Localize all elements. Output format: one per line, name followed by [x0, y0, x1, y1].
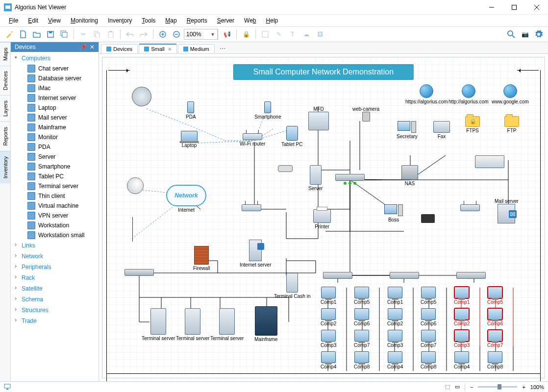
vtab-maps[interactable]: Maps — [0, 42, 10, 66]
node-comp[interactable]: Comp2 — [321, 308, 336, 326]
open-button[interactable] — [30, 28, 43, 41]
node-globe-http[interactable]: http://algorius.com — [448, 84, 489, 104]
devices-tree[interactable]: ComputersChat serverDatabase serveriMacI… — [11, 52, 99, 381]
node-tserver-2[interactable]: Terminal server — [176, 308, 209, 341]
tree-item[interactable]: Terminal server — [11, 181, 99, 191]
node-switch-grid-1[interactable] — [323, 272, 352, 280]
tree-cat-trade[interactable]: Trade — [11, 316, 99, 326]
tree-item[interactable]: Mainframe — [11, 122, 99, 132]
tree-item[interactable]: Workstation — [11, 220, 99, 230]
node-comp[interactable]: Comp1 — [387, 287, 403, 305]
tree-item[interactable]: Database server — [11, 74, 99, 83]
zoom-combo[interactable] — [184, 29, 218, 40]
tree-item[interactable]: Thin client — [11, 191, 99, 201]
node-ftp-folder[interactable]: FTP — [504, 116, 519, 133]
tab-close-icon[interactable]: ✕ — [168, 47, 172, 52]
tree-cat-rack[interactable]: Rack — [11, 272, 99, 283]
node-dish[interactable] — [127, 177, 144, 195]
node-comp[interactable]: Comp6 — [354, 308, 370, 326]
node-wifi-small[interactable] — [242, 204, 261, 212]
node-switch-grid-3[interactable] — [456, 272, 486, 280]
node-mail-server[interactable]: Mail server — [495, 198, 519, 224]
close-button[interactable] — [525, 0, 548, 15]
maximize-button[interactable] — [503, 0, 525, 15]
shape-tool-button[interactable] — [259, 28, 272, 41]
node-comp[interactable]: Comp4 — [454, 351, 470, 369]
save-button[interactable] — [44, 28, 57, 41]
panel-close-icon[interactable]: ✕ — [90, 44, 95, 50]
diagram-canvas[interactable]: Small Computer Network Demonstration — [102, 57, 545, 378]
cloud-tool-button[interactable]: ☁ — [300, 28, 313, 41]
node-comp[interactable]: Comp8 — [421, 351, 436, 369]
menu-web[interactable]: Web — [240, 16, 260, 25]
cut-button[interactable]: ✂ — [77, 28, 90, 41]
menu-tools[interactable]: Tools — [138, 16, 159, 25]
node-server[interactable]: Server — [308, 165, 323, 191]
new-map-button[interactable] — [17, 28, 29, 41]
snapshot-button[interactable]: 📷 — [519, 28, 531, 41]
image-tool-button[interactable]: 🖼 — [314, 28, 326, 41]
node-switch-left[interactable] — [125, 269, 154, 277]
menu-file[interactable]: File — [5, 16, 22, 25]
node-firewall[interactable]: Firewall — [193, 246, 210, 271]
node-wifi-router[interactable]: Wi-Fi router — [240, 133, 265, 147]
node-comp[interactable]: Comp6 — [421, 308, 436, 326]
node-comp[interactable]: Comp3 — [387, 330, 403, 348]
node-comp[interactable]: Comp5 — [487, 287, 503, 305]
text-tool-button[interactable]: T — [286, 28, 299, 41]
node-webcam[interactable]: web-camera — [352, 106, 379, 122]
settings-button[interactable] — [532, 28, 545, 41]
menu-map[interactable]: Map — [161, 16, 180, 25]
tree-item[interactable]: VPN server — [11, 211, 99, 220]
node-comp[interactable]: Comp5 — [354, 287, 370, 305]
node-comp[interactable]: Comp4 — [321, 351, 336, 369]
tree-cat-computers[interactable]: Computers — [11, 53, 99, 64]
tree-item[interactable]: Server — [11, 152, 99, 162]
node-mainframe[interactable]: Mainframe — [254, 306, 277, 342]
node-comp[interactable]: Comp8 — [354, 351, 370, 369]
tree-item[interactable]: Smartphone — [11, 162, 99, 172]
node-comp[interactable]: Comp3 — [454, 330, 470, 348]
zoom-out-status[interactable]: − — [470, 384, 473, 390]
node-comp[interactable]: Comp2 — [387, 308, 403, 326]
node-satellite[interactable] — [132, 87, 151, 107]
node-switch-grid-2[interactable] — [390, 272, 419, 280]
menu-reports[interactable]: Reports — [183, 16, 211, 25]
tree-cat-peripherals[interactable]: Peripherals — [11, 262, 99, 272]
tree-item[interactable]: iMac — [11, 83, 99, 93]
node-smartphone[interactable]: Smartphone — [254, 101, 281, 120]
tree-item[interactable]: Laptop — [11, 103, 99, 113]
doc-tabs-more[interactable]: ⋯ — [216, 44, 229, 53]
fit-width-button[interactable]: ⬚ — [445, 384, 450, 390]
tree-item[interactable]: Monitor — [11, 132, 99, 142]
node-internet-cloud[interactable]: NetworkInternet — [166, 185, 206, 213]
tree-item[interactable]: PDA — [11, 142, 99, 152]
node-comp[interactable]: Comp2 — [454, 308, 470, 326]
tree-cat-structures[interactable]: Structures — [11, 305, 99, 316]
node-internet-server[interactable]: Internet server — [240, 240, 271, 268]
menu-server[interactable]: Server — [213, 16, 238, 25]
tree-item[interactable]: Tablet PC — [11, 172, 99, 181]
menu-edit[interactable]: Edit — [24, 16, 42, 25]
minimize-button[interactable] — [480, 0, 503, 15]
node-printer[interactable]: Printer — [313, 209, 331, 229]
node-globe-https[interactable]: https://algorius.com — [405, 84, 448, 104]
tree-item[interactable]: Internet server — [11, 93, 99, 103]
doc-tab-small[interactable]: Small✕ — [139, 44, 177, 53]
edit-tool-button[interactable]: ✎ — [273, 28, 285, 41]
wizard-button[interactable] — [3, 28, 16, 41]
node-comp[interactable]: Comp5 — [421, 287, 436, 305]
node-fax[interactable]: Fax — [433, 121, 450, 139]
node-wifi-2[interactable] — [460, 204, 480, 212]
node-tserver-1[interactable]: Terminal server — [142, 308, 175, 341]
node-comp[interactable]: Comp3 — [321, 330, 336, 348]
undo-button[interactable] — [124, 28, 136, 41]
node-radio-tower[interactable] — [125, 214, 140, 243]
node-secretary[interactable]: Secretary — [397, 121, 418, 139]
menu-inventory[interactable]: Inventory — [104, 16, 136, 25]
tree-cat-network[interactable]: Network — [11, 251, 99, 262]
node-comp[interactable]: Comp7 — [421, 330, 436, 348]
zoom-in-status[interactable]: + — [522, 384, 525, 390]
save-all-button[interactable] — [58, 28, 71, 41]
tree-cat-links[interactable]: Links — [11, 240, 99, 251]
